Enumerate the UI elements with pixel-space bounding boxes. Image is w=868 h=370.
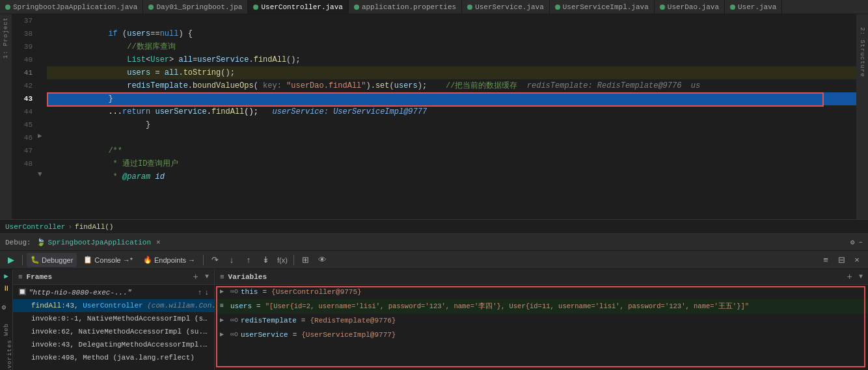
var-infinity-redis: ∞o: [230, 313, 238, 328]
code-line-45: [47, 118, 856, 131]
breadcrumb-method: findAll(): [75, 223, 113, 231]
right-gutter: 2: Structure: [856, 14, 868, 219]
tab-dot-2: [148, 5, 154, 10]
debug-close-btn[interactable]: ×: [156, 239, 161, 246]
tab-label-7: UserDao.java: [668, 3, 719, 11]
frame-nav-up[interactable]: ↑: [198, 286, 202, 299]
endpoints-icon: 🔥: [143, 256, 152, 264]
line-num-45: 45: [12, 118, 33, 131]
debug-title-bar: Debug: 🍃 SpringbootJpaApplication × ⚙ –: [0, 234, 868, 251]
frame-nav-down[interactable]: ↓: [204, 286, 209, 299]
console-label: Console →*: [94, 256, 133, 264]
frames-collapse-btn[interactable]: ▼: [205, 273, 209, 280]
tab-dot-6: [555, 5, 560, 10]
debugger-icon: 🐛: [31, 256, 40, 264]
project-icon[interactable]: 1: Project: [3, 17, 9, 59]
settings-debug-btn[interactable]: ⊟: [834, 253, 848, 267]
var-eq-redis: =: [301, 313, 306, 328]
frame-item-thread[interactable]: 🔲 "http-nio-8080-exec-..." ↑ ↓: [13, 286, 214, 299]
tab-dot-8: [730, 5, 735, 10]
var-name-this: this: [241, 285, 258, 299]
frames-add-btn[interactable]: +: [193, 272, 198, 282]
frame-item-findall[interactable]: findAll:43, UserController (com.willam.C…: [13, 299, 214, 312]
line-num-39: 39: [12, 40, 33, 53]
frames-list[interactable]: 🔲 "http-nio-8080-exec-..." ↑ ↓ findAll:4…: [13, 285, 214, 370]
favorites-label: 2: Favorites: [0, 339, 13, 370]
expand-arrow-redis[interactable]: ▶: [220, 313, 228, 328]
structure-icon[interactable]: 2: Structure: [859, 27, 865, 77]
breadcrumb-sep: ›: [68, 223, 72, 231]
variables-collapse-btn[interactable]: ▼: [859, 273, 863, 280]
evaluate-btn[interactable]: f(x): [275, 253, 290, 267]
frames-icon: ≡: [18, 273, 23, 281]
var-row-userservice[interactable]: ▶ ∞o userService = {UserServiceImpl@9777…: [215, 328, 868, 342]
thread-icon: 🔲: [18, 286, 26, 299]
watches-btn[interactable]: 👁: [315, 253, 329, 267]
var-row-redis[interactable]: ▶ ∞o redisTemplate = {RedisTemplate@9776…: [215, 313, 868, 328]
tab-springboot[interactable]: SpringbootJpaApplication.java: [0, 0, 143, 14]
frames-btn[interactable]: ⊞: [298, 253, 312, 267]
close-debug-btn[interactable]: ≡: [819, 253, 833, 267]
fold-arrow-46[interactable]: ▼: [38, 170, 42, 178]
expand-arrow-userservice[interactable]: ▶: [220, 328, 228, 342]
step-into-btn[interactable]: ↓: [224, 253, 239, 267]
pause-action-btn[interactable]: ⏸: [2, 284, 11, 293]
tab-user[interactable]: User.java: [725, 0, 782, 14]
var-eq-userservice: =: [293, 328, 297, 342]
settings-action-btn[interactable]: ⚙: [2, 303, 11, 311]
debugger-tab[interactable]: 🐛 Debugger: [27, 253, 77, 267]
debug-gear-btn[interactable]: ⚙ –: [850, 238, 863, 246]
debug-app-badge: 🍃 SpringbootJpaApplication ×: [36, 238, 161, 246]
debugger-label: Debugger: [42, 256, 73, 264]
console-tab[interactable]: 📋 Console →*: [79, 253, 137, 267]
frame-thread-label: "http-nio-8080-exec-...": [29, 286, 131, 299]
variables-icon: ≡: [220, 273, 224, 281]
tab-application-props[interactable]: application.properties: [349, 0, 462, 14]
gear-icon[interactable]: ⚙: [850, 238, 855, 246]
tab-userdao[interactable]: UserDao.java: [655, 0, 725, 14]
variables-add-btn[interactable]: +: [847, 272, 852, 282]
frame-invoke3-label: invoke:43, DelegatingMethodAccessorImpl.…: [31, 341, 211, 349]
debug-content: ▶ ⏸ ⚙ Web 2: Favorites ≡ Frames + ▼: [0, 269, 868, 370]
run-to-cursor-btn[interactable]: ↡: [258, 253, 273, 267]
minimize-icon[interactable]: –: [858, 238, 863, 246]
var-name-redis: redisTemplate: [241, 313, 297, 328]
var-infinity-userservice: ∞o: [230, 328, 238, 342]
code-content[interactable]: if (users==null) { //数据库查询 List<User> al…: [47, 14, 856, 219]
var-row-users[interactable]: ≡ users = "[User{id=2, username='lisi', …: [215, 299, 868, 313]
frame-item-invoke4[interactable]: invoke:498, Method (java.lang.reflect): [13, 351, 214, 364]
line-num-38: 38: [12, 27, 33, 40]
step-over-btn[interactable]: ↷: [208, 253, 222, 267]
debug-label: Debug:: [5, 239, 31, 246]
variables-panel: ≡ Variables + ▼ ▶ ∞o this = {UserControl…: [215, 269, 868, 370]
tab-usercontroller[interactable]: UserController.java: [248, 0, 348, 14]
tab-label-2: Day01_Springboot.jpa: [156, 3, 242, 11]
debug-left-strip: ▶ ⏸ ⚙ Web 2: Favorites: [0, 269, 13, 370]
tab-userserviceimpl[interactable]: UserServiceImpl.java: [550, 0, 655, 14]
frames-title: Frames: [27, 273, 53, 281]
variables-title: Variables: [228, 273, 267, 281]
frame-item-invoke1[interactable]: invoke:0:-1, NativeMethodAccessorImpl (s…: [13, 312, 214, 325]
debug-toolbar-right: ≡ ⊟ ×: [819, 253, 864, 267]
var-val-redis: {RedisTemplate@9776}: [310, 313, 396, 328]
frame-invoke4-label: invoke:498, Method (java.lang.reflect): [31, 354, 195, 362]
run-action-btn[interactable]: ▶: [2, 272, 11, 280]
tab-dot-1: [5, 5, 10, 10]
expand-arrow-this[interactable]: ▶: [220, 285, 228, 299]
step-out-btn[interactable]: ↑: [241, 253, 256, 267]
editor-area: 1: Project 37 38 39 40 41 42 43 44 45 46…: [0, 14, 868, 219]
expand-arrow-users[interactable]: ≡: [220, 299, 228, 313]
left-gutter: 1: Project: [0, 14, 12, 219]
frame-item-invoke3[interactable]: invoke:43, DelegatingMethodAccessorImpl.…: [13, 338, 214, 351]
frame-invoke1-label: invoke:0:-1, NativeMethodAccessorImpl (s…: [31, 315, 214, 323]
fold-arrow-44[interactable]: ▶: [38, 131, 42, 140]
var-row-this[interactable]: ▶ ∞o this = {UserController@9775}: [215, 285, 868, 299]
var-name-users: users: [230, 299, 252, 313]
code-line-47: * 通过ID查询用户: [47, 144, 856, 157]
play-resume-btn[interactable]: ▶: [4, 253, 18, 267]
endpoints-tab[interactable]: 🔥 Endpoints →: [139, 253, 199, 267]
frame-item-invoke2[interactable]: invoke:62, NativeMethodAccessorImpl (su.…: [13, 325, 214, 338]
tab-userservice[interactable]: UserService.java: [462, 0, 550, 14]
hide-debug-btn[interactable]: ×: [850, 253, 864, 267]
tab-day01[interactable]: Day01_Springboot.jpa: [143, 0, 248, 14]
